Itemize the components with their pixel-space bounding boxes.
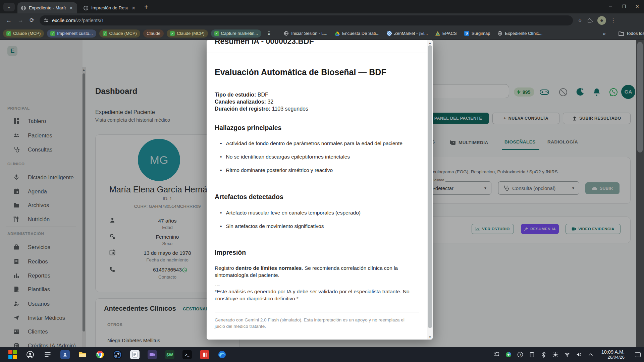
url-path: /v2/patients/1: [75, 18, 104, 23]
bookmark-chip[interactable]: ✓Claude (MCP): [99, 29, 140, 38]
taskbar-app-edge[interactable]: [217, 350, 227, 359]
task-view-icon[interactable]: [43, 350, 52, 359]
bookmark-chip[interactable]: ✓Implement custo...: [47, 29, 96, 38]
zenmarket-icon: [387, 31, 392, 36]
ai-disclaimer: *Este análisis es generado por IA y debe…: [215, 288, 416, 302]
browser-tab-active[interactable]: Expediente - María Elena G ✕: [17, 2, 77, 13]
tray-app-icon[interactable]: [505, 352, 512, 358]
windows-logo-icon: [8, 350, 17, 359]
bookmark-item[interactable]: ZenMarket - ¡El...: [387, 31, 428, 36]
globe-icon: [21, 5, 26, 11]
bookmark-star-icon[interactable]: ☆: [578, 17, 582, 23]
tray-clipboard-icon[interactable]: [529, 352, 535, 358]
forward-button[interactable]: →: [18, 17, 23, 24]
system-tray: ? 10:09 A.M. 26/04/26: [494, 349, 644, 360]
tab-close-icon[interactable]: ✕: [131, 5, 136, 11]
site-settings-icon[interactable]: [44, 18, 49, 23]
bookmarks-bar: ✓Claude (MCP) ✓Implement custo... ✓Claud…: [0, 27, 644, 40]
browser-menu-icon[interactable]: ⋮: [611, 17, 616, 23]
finding-item: No se identifican descargas epileptiform…: [220, 154, 350, 160]
start-button[interactable]: [8, 350, 17, 359]
tray-expand-chevron-icon[interactable]: [588, 352, 594, 358]
tab-title: Expediente - María Elena G: [29, 5, 66, 10]
taskbar-clock[interactable]: 10:09 A.M. 26/04/26: [601, 349, 625, 360]
taskbar-app-chrome[interactable]: [95, 350, 105, 359]
modal-scrollbar-thumb[interactable]: [428, 45, 432, 328]
check-icon: ✓: [50, 31, 55, 36]
bookmark-chip[interactable]: ✓Claude (MCP): [167, 29, 208, 38]
bluetooth-icon[interactable]: [541, 352, 547, 358]
divider: [215, 312, 419, 312]
report-heading: Evaluación Automática de Bioseñal — BDF: [215, 67, 386, 77]
url-field[interactable]: exclie.com/v2/patients/1: [40, 15, 573, 25]
browser-tab-strip: ⌄ Expediente - María Elena G ✕ Impresión…: [0, 0, 644, 13]
tray-bell-icon[interactable]: [494, 352, 500, 358]
clock-time: 10:09 A.M.: [601, 349, 625, 355]
impression-heading: Impresión: [215, 249, 246, 256]
globe-icon: [83, 5, 89, 11]
bookmark-item[interactable]: S Surgimap: [464, 31, 490, 36]
extensions-icon[interactable]: [587, 17, 593, 23]
bookmark-item[interactable]: Iniciar Sesión - L...: [284, 31, 327, 36]
bookmark-chip[interactable]: Claude: [143, 29, 164, 38]
taskbar-app-media[interactable]: [200, 350, 209, 359]
tray-help-icon[interactable]: ?: [517, 352, 523, 358]
tab-title: Impresión de Resultados: [91, 5, 128, 10]
window-close-button[interactable]: ✕: [631, 0, 644, 13]
tab-close-icon[interactable]: ✕: [68, 5, 74, 11]
taskbar-app-wallet[interactable]: $W: [165, 350, 174, 359]
channels-line: Canales analizados: 32: [215, 99, 273, 105]
taskbar-app-terminal[interactable]: >_: [182, 350, 192, 359]
taskbar-app-notepad[interactable]: [130, 350, 140, 359]
window-minimize-button[interactable]: ─: [604, 0, 617, 13]
check-icon: ✓: [103, 31, 107, 36]
bookmarks-overflow-chevron[interactable]: »: [603, 31, 605, 36]
url-host: exclie.com: [52, 18, 75, 23]
page-scrollbar-thumb[interactable]: [637, 42, 643, 153]
volume-icon[interactable]: [576, 352, 582, 358]
finding-item: Ritmo dominante posterior simétrico y re…: [220, 167, 333, 173]
wifi-icon[interactable]: [564, 352, 570, 358]
study-type-line: Tipo de estudio: BDF: [215, 92, 268, 98]
divider: [207, 53, 427, 53]
artifact-item: Sin artefactos de movimiento significati…: [220, 223, 324, 229]
browser-tab[interactable]: Impresión de Resultados ✕: [80, 2, 140, 13]
bookmark-item[interactable]: Expediente Clínic...: [497, 31, 542, 36]
taskbar-app-capture[interactable]: [148, 350, 157, 359]
reload-button[interactable]: ⟳: [30, 17, 34, 24]
clock-date: 26/04/26: [601, 355, 625, 360]
artifact-item: Artefacto muscular leve en canales tempo…: [220, 210, 361, 216]
folder-icon: [619, 31, 624, 36]
surgimap-icon: S: [464, 31, 469, 36]
scroll-down-arrow-icon[interactable]: ▼: [427, 336, 433, 339]
check-icon: ✓: [6, 31, 11, 36]
bookmark-item[interactable]: Encuesta De Sati...: [335, 31, 379, 36]
taskbar: $W >_ ? 10:09 A.M. 26/04/26: [0, 347, 644, 362]
tab-search-chevron-icon[interactable]: ⌄: [3, 3, 15, 11]
modal-title: Resumen IA - 0000023.BDF: [215, 40, 314, 46]
generated-by-note: Generado con Gemini 2.0 Flash (simulado)…: [215, 317, 416, 329]
duration-line: Duración del registro: 1103 segundos: [215, 106, 308, 112]
drive-icon: [335, 31, 340, 36]
bookmark-chip[interactable]: ✓Claude (MCP): [3, 29, 44, 38]
bookmark-item[interactable]: EPACS: [435, 31, 457, 36]
taskbar-app-people[interactable]: [60, 350, 70, 359]
taskbar-app-file-explorer[interactable]: [78, 350, 87, 359]
new-tab-button[interactable]: +: [144, 3, 148, 11]
findings-heading: Hallazgos principales: [215, 124, 281, 132]
taskbar-app-steam[interactable]: [113, 350, 122, 359]
bookmark-chip[interactable]: ✓Capture marketin...: [211, 29, 262, 38]
scroll-up-arrow-icon[interactable]: ▲: [427, 41, 433, 45]
screen: ⌄ Expediente - María Elena G ✕ Impresión…: [0, 0, 644, 362]
window-maximize-button[interactable]: ❐: [617, 0, 631, 13]
taskbar-account-icon[interactable]: [25, 350, 35, 359]
check-icon: ✓: [214, 31, 219, 36]
all-favorites-button[interactable]: Todos los favoritos: [619, 31, 644, 36]
apps-grid-icon[interactable]: ⠿: [267, 31, 271, 36]
impression-paragraph: Registro dentro de límites normales. Se …: [215, 264, 416, 279]
back-button[interactable]: ←: [6, 17, 12, 24]
brightness-icon[interactable]: [552, 352, 558, 358]
show-desktop-button[interactable]: [635, 352, 641, 357]
globe-icon: [284, 31, 289, 36]
browser-profile-avatar[interactable]: ☻: [597, 16, 606, 25]
